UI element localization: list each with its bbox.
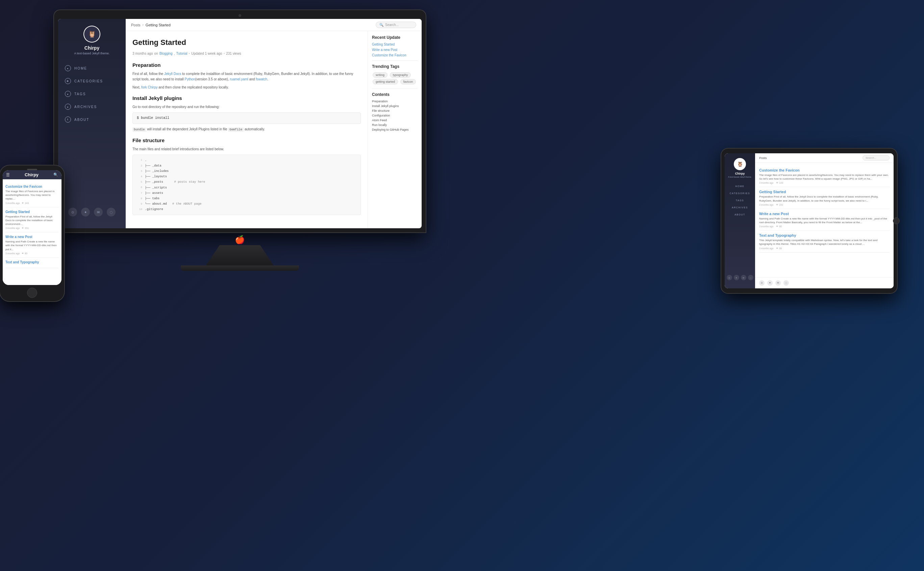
content-area: Getting Started 3 months ago on Blogging…	[126, 31, 422, 228]
phone-home-button[interactable]	[27, 288, 37, 298]
tablet-github-icon[interactable]: ⊙	[727, 275, 732, 280]
bundle-inline-code: bundle	[133, 128, 146, 132]
rss-icon[interactable]: ◌	[107, 208, 116, 216]
phone-post-title-3[interactable]: Text and Typography	[5, 260, 59, 264]
sidebar-item-about[interactable]: ℹ ABOUT	[58, 113, 126, 126]
tablet-nav-home[interactable]: HOME	[725, 183, 755, 190]
phone-screen: ☰ Chirpy 🔍 Customize the Favicon The ima…	[3, 170, 62, 285]
contents-deploy[interactable]: Deploying to GitHub Pages	[372, 128, 417, 131]
meta-updated: Updated 1 week ago	[191, 51, 222, 56]
tablet-nav-tags[interactable]: TAGS	[725, 197, 755, 204]
fswatch-link[interactable]: fswatch	[256, 77, 267, 81]
tablet-site-subtitle: A text-based Jekyll theme.	[726, 176, 753, 178]
tablet-home-button[interactable]	[893, 218, 900, 224]
tablet-post-excerpt-1: Preparation First of all, follow the Jek…	[759, 195, 890, 202]
phone-post-title-0[interactable]: Customize the Favicon	[5, 185, 59, 188]
contents-preparation[interactable]: Preparation	[372, 100, 417, 103]
phone-post-title-1[interactable]: Getting Started	[5, 210, 59, 214]
sidebar-item-archives[interactable]: ● ARCHIVES	[58, 100, 126, 113]
phone-post-meta-0: 3 months ago 👁 143	[5, 202, 59, 204]
tag-favicon[interactable]: favicon	[400, 79, 416, 85]
tablet-post-title-2[interactable]: Write a new Post	[759, 212, 890, 216]
contents-install-plugins[interactable]: Install Jekyll plugins	[372, 104, 417, 108]
tablet-post-title-0[interactable]: Customize the Favicon	[759, 168, 890, 172]
tablet-post-3: Text and Typography This Jekyll template…	[759, 231, 890, 252]
meta-on: on	[155, 51, 158, 56]
breadcrumb-parent[interactable]: Posts	[131, 23, 141, 27]
article-title: Getting Started	[133, 37, 361, 48]
tablet-rss-icon[interactable]: ◌	[748, 275, 753, 280]
meta-dot: •	[189, 51, 190, 56]
phone-views-2: 👁 80	[22, 252, 27, 255]
twitter-icon[interactable]: ✦	[81, 208, 90, 216]
tablet-views-0: 👁 143	[776, 182, 783, 184]
tablet-footer-rss[interactable]: ◌	[783, 280, 789, 286]
phone-chirpy-app: ☰ Chirpy 🔍 Customize the Favicon The ima…	[3, 170, 62, 285]
nav-dot-archives: ●	[65, 104, 71, 110]
tag-typography[interactable]: typography	[390, 72, 411, 78]
tablet-post-title-3[interactable]: Text and Typography	[759, 233, 890, 238]
python-link[interactable]: Python	[185, 77, 195, 81]
tablet-post-meta-0: 3 months ago 👁 143	[759, 182, 890, 184]
phone-post-title-2[interactable]: Write a new Post	[5, 235, 59, 239]
phone-menu-icon[interactable]: ☰	[6, 173, 10, 177]
contents-configuration[interactable]: Configuration	[372, 114, 417, 117]
jekyll-docs-link[interactable]: Jekyll Docs	[164, 72, 181, 76]
imac-display: 🦉 Chirpy A text-based Jekyll theme. ● HO…	[58, 19, 422, 228]
recent-link-2[interactable]: Customize the Favicon	[372, 53, 417, 57]
tag-writing[interactable]: writing	[372, 72, 388, 78]
contents-run-locally[interactable]: Run locally	[372, 123, 417, 127]
recent-link-1[interactable]: Write a new Post	[372, 48, 417, 52]
sidebar-item-categories[interactable]: ◉ CATEGORIES	[58, 75, 126, 88]
tablet-footer-email[interactable]: ✉	[775, 280, 781, 286]
nav-dot-about: ℹ	[65, 116, 71, 123]
github-icon[interactable]: ⊙	[68, 208, 77, 216]
phone-post-list: Customize the Favicon The image files of…	[3, 179, 62, 285]
contents-title: Contents	[372, 92, 417, 97]
nav-label-categories: CATEGORIES	[74, 79, 103, 83]
meta-views: 231 views	[226, 51, 241, 56]
ruamel-link[interactable]: ruamel.yaml	[230, 77, 248, 81]
tag-getting-started[interactable]: getting started	[372, 79, 398, 85]
tablet-twitter-icon[interactable]: ✦	[734, 275, 739, 280]
tablet-search[interactable]: Search...	[862, 155, 890, 160]
sidebar-item-home[interactable]: ● HOME	[58, 62, 126, 75]
recent-link-0[interactable]: Getting Started	[372, 43, 417, 46]
tablet-footer-twitter[interactable]: ✦	[767, 280, 773, 286]
sidebar-item-tags[interactable]: ● TAGS	[58, 88, 126, 100]
meta-category-tutorial[interactable]: Tutorial	[176, 51, 187, 56]
search-box[interactable]: 🔍 Search...	[375, 22, 416, 28]
tablet-email-icon[interactable]: ✉	[741, 275, 746, 280]
gemfile-inline-code: Gemfile	[228, 128, 244, 132]
tablet-nav-about[interactable]: ABOUT	[725, 211, 755, 218]
phone-post-meta-1: 3 months ago 👁 231	[5, 227, 59, 229]
phone-site-title: Chirpy	[25, 172, 39, 177]
fork-chirpy-link[interactable]: fork Chirpy	[141, 85, 158, 89]
search-icon: 🔍	[379, 23, 383, 27]
tablet-post-meta-2: 3 months ago 👁 80	[759, 225, 890, 228]
breadcrumb-current: Getting Started	[145, 23, 171, 27]
tablet-views-2: 👁 80	[776, 225, 782, 228]
tablet-site-title: Chirpy	[735, 172, 745, 175]
tablet-footer-github[interactable]: ⊙	[759, 280, 765, 286]
nav-label-archives: ARCHIVES	[74, 105, 97, 109]
imac-stand	[206, 245, 273, 265]
meta-category-blogging[interactable]: Blogging	[159, 51, 173, 56]
contents-file-structure[interactable]: File structure	[372, 109, 417, 113]
contents-atom-feed[interactable]: Atom Feed	[372, 119, 417, 122]
phone-search-icon[interactable]: 🔍	[53, 173, 58, 177]
tablet-time-3: 3 months ago	[759, 247, 773, 250]
email-icon[interactable]: ✉	[94, 208, 103, 216]
tablet-chirpy-app: 🦉 Chirpy A text-based Jekyll theme. HOME…	[725, 153, 894, 289]
phone-post-excerpt-2: Naming and Path Create a new file name w…	[5, 240, 59, 251]
tablet-nav-archives[interactable]: ARCHIVES	[725, 204, 755, 211]
tablet-post-2: Write a new Post Naming and Path Create …	[759, 209, 890, 231]
tablet-post-title-1[interactable]: Getting Started	[759, 190, 890, 194]
tablet-post-meta-3: 3 months ago 👁 68	[759, 247, 890, 250]
desktop-sidebar: 🦉 Chirpy A text-based Jekyll theme. ● HO…	[58, 19, 126, 228]
code-bundle-install: $ bundle install	[133, 113, 361, 124]
breadcrumb-separator: ›	[142, 23, 144, 27]
phone-post-excerpt-1: Preparation First of all, follow the Jek…	[5, 215, 59, 226]
tablet-nav-categories[interactable]: CATEGORIES	[725, 190, 755, 197]
phone-time-1: 3 months ago	[5, 227, 20, 229]
